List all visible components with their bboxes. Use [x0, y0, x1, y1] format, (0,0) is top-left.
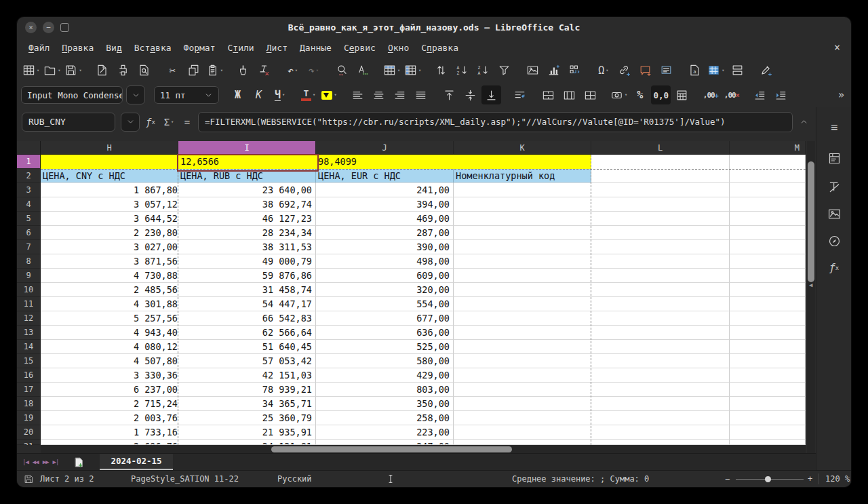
cell-L6[interactable]: [591, 226, 730, 240]
close-window-button[interactable]: ×: [25, 22, 37, 33]
cell-L14[interactable]: [591, 340, 730, 354]
cell-M1[interactable]: [730, 155, 806, 169]
add-decimal-button[interactable]: ,00+: [701, 85, 720, 104]
delete-decimal-button[interactable]: ,00×: [722, 85, 741, 104]
cell-K9[interactable]: [454, 269, 591, 283]
cell-K7[interactable]: [454, 240, 591, 254]
column-header-I[interactable]: I: [178, 141, 316, 155]
menu-item-file[interactable]: Файл: [22, 41, 56, 55]
dropdown-arrow-icon[interactable]: ▾: [625, 92, 627, 98]
cell-I12[interactable]: 66 542,83: [178, 311, 316, 326]
cell-J4[interactable]: 394,00: [316, 197, 454, 212]
cell-J8[interactable]: 498,00: [316, 254, 454, 269]
zoom-level-status[interactable]: 120 %: [825, 471, 850, 487]
row-header-16[interactable]: 16: [17, 368, 41, 383]
cell-K20[interactable]: [454, 425, 591, 440]
cell-K12[interactable]: [454, 311, 591, 326]
cell-M8[interactable]: [730, 254, 806, 269]
cell-M18[interactable]: [730, 397, 806, 411]
sidebar-settings-icon[interactable]: ≡: [816, 115, 851, 138]
italic-button[interactable]: К: [249, 85, 269, 104]
spelling-button[interactable]: [353, 61, 373, 80]
wrap-text-button[interactable]: [510, 85, 530, 104]
dropdown-arrow-icon[interactable]: ▾: [418, 68, 421, 73]
cell-I18[interactable]: 34 365,71: [178, 397, 316, 411]
cell-I17[interactable]: 78 939,21: [178, 383, 316, 397]
sidebar-gallery-button[interactable]: [816, 202, 851, 225]
cell-H20[interactable]: 1 733,16: [41, 425, 178, 440]
cell-I7[interactable]: 38 311,53: [178, 240, 316, 254]
row-header-12[interactable]: 12: [17, 311, 41, 326]
cell-H19[interactable]: 2 003,76: [41, 411, 178, 425]
cell-M6[interactable]: [730, 226, 806, 240]
merge-center-button[interactable]: [559, 85, 579, 104]
cell-K10[interactable]: [454, 283, 591, 297]
row-header-15[interactable]: 15: [17, 354, 41, 368]
cell-H15[interactable]: 4 507,80: [41, 354, 178, 368]
cell-L16[interactable]: [591, 368, 730, 383]
cell-H10[interactable]: 2 485,56: [41, 283, 178, 297]
cell-H18[interactable]: 2 715,24: [41, 397, 178, 411]
cell-K17[interactable]: [454, 383, 591, 397]
cell-H17[interactable]: 6 237,00: [41, 383, 178, 397]
cell-H3[interactable]: 1 867,80: [41, 183, 178, 197]
cell-M15[interactable]: [730, 354, 806, 368]
cell-I6[interactable]: 28 234,34: [178, 226, 316, 240]
previous-sheet-button[interactable]: ◀◀: [33, 459, 39, 465]
cell-K16[interactable]: [454, 368, 591, 383]
cell-H5[interactable]: 3 644,52: [41, 212, 178, 226]
cell-J10[interactable]: 320,00: [316, 283, 454, 297]
cell-I4[interactable]: 38 692,74: [178, 197, 316, 212]
column-header-H[interactable]: H: [41, 141, 178, 155]
cell-L18[interactable]: [591, 397, 730, 411]
redo-button[interactable]: ↷▾: [304, 61, 323, 80]
maximize-window-button[interactable]: [60, 23, 69, 32]
menu-item-view[interactable]: Вид: [100, 41, 127, 55]
cell-M10[interactable]: [730, 283, 806, 297]
cell-J13[interactable]: 636,00: [316, 326, 454, 340]
print-preview-button[interactable]: [134, 61, 154, 80]
cell-H12[interactable]: 5 257,56: [41, 311, 178, 326]
insert-image-button[interactable]: [523, 61, 542, 80]
dropdown-arrow-icon[interactable]: ▾: [606, 68, 608, 73]
open-button[interactable]: ▾: [42, 61, 62, 80]
insert-hyperlink-button[interactable]: [614, 61, 634, 80]
menu-item-help[interactable]: Справка: [415, 41, 465, 55]
print-button[interactable]: [113, 61, 133, 80]
vertical-scrollbar[interactable]: [807, 141, 815, 453]
cell-I15[interactable]: 57 053,42: [178, 354, 316, 368]
cell-M7[interactable]: [730, 240, 806, 254]
dropdown-arrow-icon[interactable]: ▾: [295, 68, 298, 73]
cell-L13[interactable]: [591, 326, 730, 340]
menu-item-sheet[interactable]: Лист: [260, 41, 294, 55]
menu-item-insert[interactable]: Вставка: [128, 41, 178, 55]
cell-L1[interactable]: [591, 155, 730, 169]
selection-stats-status[interactable]: Среднее значение: ; Сумма: 0: [512, 471, 649, 487]
cell-J14[interactable]: 525,00: [316, 340, 454, 354]
clone-formatting-button[interactable]: [233, 61, 253, 80]
cell-H7[interactable]: 3 027,00: [41, 240, 178, 254]
next-sheet-button[interactable]: ▶▶: [43, 459, 49, 465]
center-vertically-button[interactable]: [460, 85, 480, 104]
row-header-2[interactable]: 2: [17, 169, 41, 183]
freeze-panes-button[interactable]: ▾: [706, 61, 726, 80]
cell-J12[interactable]: 677,00: [316, 311, 454, 326]
menu-item-edit[interactable]: Правка: [56, 41, 100, 55]
zoom-out-button[interactable]: −: [725, 471, 730, 487]
sheet-position-status[interactable]: Лист 2 из 2: [40, 471, 94, 487]
clear-formatting-button[interactable]: [254, 61, 274, 80]
special-character-button[interactable]: Ω▾: [593, 61, 613, 80]
first-sheet-button[interactable]: |◀: [22, 459, 28, 465]
cell-J6[interactable]: 287,00: [316, 226, 454, 240]
percent-format-button[interactable]: %: [630, 85, 650, 104]
cell-H2[interactable]: ЦЕНА, CNY с НДС: [41, 169, 178, 183]
cell-I14[interactable]: 51 640,45: [178, 340, 316, 354]
cell-I19[interactable]: 25 360,79: [178, 411, 316, 425]
sort-ascending-button[interactable]: [452, 61, 472, 80]
sheet-tab-active[interactable]: 2024-02-15: [100, 454, 172, 471]
highlight-color-button[interactable]: ▾: [319, 85, 339, 104]
cell-M2[interactable]: [730, 169, 806, 183]
cell-K18[interactable]: [454, 397, 591, 411]
cell-L15[interactable]: [591, 354, 730, 368]
cell-M21[interactable]: [730, 440, 806, 445]
